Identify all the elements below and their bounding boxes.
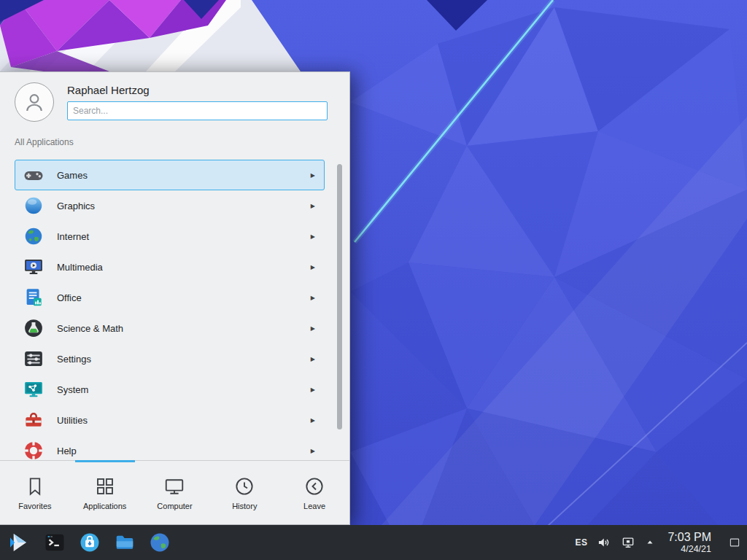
avatar: [15, 82, 54, 122]
category-label: Help: [57, 446, 77, 456]
tab-label: Leave: [303, 502, 325, 510]
keyboard-layout-indicator[interactable]: ES: [575, 537, 587, 548]
tab-computer[interactable]: Computer: [140, 461, 210, 524]
network-icon[interactable]: [621, 535, 635, 550]
category-row[interactable]: Office ▶: [15, 282, 325, 313]
category-label: Office: [57, 292, 82, 303]
files-icon: [114, 532, 136, 553]
category-row[interactable]: Games ▶: [15, 160, 325, 190]
category-label: Internet: [57, 231, 89, 242]
favorites-icon: [24, 475, 46, 497]
section-label: All Applications: [15, 135, 349, 149]
scrollbar-track[interactable]: [337, 164, 342, 456]
tab-label: History: [232, 502, 257, 510]
scrollbar-thumb[interactable]: [337, 164, 342, 429]
konsole-icon: [44, 532, 66, 553]
volume-icon[interactable]: [597, 535, 611, 550]
chevron-right-icon: ▶: [311, 417, 317, 424]
tab-label: Computer: [157, 502, 192, 510]
leave-icon: [303, 475, 325, 497]
tab-label: Favorites: [18, 502, 51, 510]
chevron-right-icon: ▶: [311, 325, 317, 332]
category-row[interactable]: Graphics ▶: [15, 190, 325, 221]
tab-applications[interactable]: Applications: [70, 461, 140, 524]
chevron-right-icon: ▶: [311, 356, 317, 362]
tab-leave[interactable]: Leave: [279, 461, 349, 524]
category-row[interactable]: Science & Math ▶: [15, 313, 325, 343]
multimedia-icon: [23, 256, 44, 278]
user-icon: [21, 89, 47, 115]
internet-icon: [23, 225, 44, 247]
taskbar: ES 7:03 PM 4/24/21: [0, 525, 747, 560]
category-label: Utilities: [57, 415, 88, 426]
chevron-right-icon: ▶: [311, 233, 317, 240]
chevron-right-icon: ▶: [311, 264, 317, 271]
category-label: Games: [57, 170, 88, 181]
tab-history[interactable]: History: [209, 461, 279, 524]
category-row[interactable]: Internet ▶: [15, 221, 325, 252]
discover-icon: [79, 532, 101, 553]
tray-expand-icon[interactable]: [645, 537, 655, 548]
clock-time: 7:03 PM: [667, 531, 711, 544]
games-icon: [23, 164, 44, 186]
application-launcher: Raphael Hertzog All Applications Games ▶…: [0, 71, 350, 525]
taskbar-apps: [42, 526, 172, 559]
system-tray: ES 7:03 PM 4/24/21: [575, 525, 744, 560]
user-name: Raphael Hertzog: [67, 82, 328, 96]
discover-button[interactable]: [77, 526, 102, 559]
tab-favorites[interactable]: Favorites: [0, 461, 70, 524]
search-input[interactable]: [67, 101, 328, 120]
terminal-button[interactable]: [42, 526, 67, 559]
tab-bar: Favorites Applications Computer History …: [0, 460, 349, 524]
chevron-right-icon: ▶: [311, 203, 317, 209]
file-manager-button[interactable]: [112, 526, 137, 559]
graphics-icon: [23, 195, 44, 217]
category-label: Graphics: [57, 201, 95, 211]
tab-label: Applications: [83, 502, 126, 510]
web-browser-button[interactable]: [147, 526, 172, 559]
category-row[interactable]: Settings ▶: [15, 343, 325, 374]
chevron-right-icon: ▶: [311, 386, 317, 393]
launcher-button[interactable]: [4, 526, 34, 559]
utilities-icon: [23, 409, 44, 431]
category-label: Science & Math: [57, 323, 123, 334]
computer-icon: [163, 475, 185, 497]
chevron-right-icon: ▶: [311, 448, 317, 454]
category-label: Settings: [57, 354, 91, 365]
category-row[interactable]: Help ▶: [15, 435, 325, 460]
office-icon: [23, 287, 44, 308]
category-row[interactable]: Multimedia ▶: [15, 252, 325, 282]
launcher-header: Raphael Hertzog: [0, 72, 349, 131]
chevron-right-icon: ▶: [311, 295, 317, 301]
chevron-right-icon: ▶: [311, 172, 317, 179]
help-icon: [23, 440, 44, 460]
browser-icon: [149, 532, 171, 553]
show-desktop-icon: [728, 536, 741, 549]
settings-icon: [23, 348, 44, 370]
category-label: Multimedia: [57, 262, 103, 273]
science-icon: [23, 317, 44, 339]
category-row[interactable]: Utilities ▶: [15, 405, 325, 435]
category-row[interactable]: System ▶: [15, 374, 325, 405]
clock[interactable]: 7:03 PM 4/24/21: [667, 531, 711, 555]
history-icon: [233, 475, 255, 497]
clock-date: 4/24/21: [681, 544, 711, 554]
show-desktop-button[interactable]: [725, 525, 744, 560]
applications-icon: [94, 475, 116, 497]
system-icon: [23, 378, 44, 400]
category-list: Games ▶ Graphics ▶ Internet ▶ Multimedia…: [0, 160, 349, 460]
kickoff-icon: [7, 531, 31, 554]
category-label: System: [57, 384, 88, 395]
